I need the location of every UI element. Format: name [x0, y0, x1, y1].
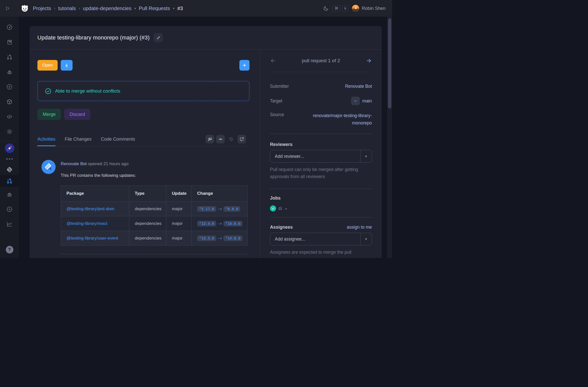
add-comment-button[interactable]	[239, 60, 250, 71]
version-to-badge: ^16.0.0	[223, 221, 242, 226]
arrow-right-icon	[366, 58, 372, 64]
update-cell: major	[166, 231, 192, 246]
version-from-badge: ^13.5.0	[197, 235, 216, 241]
job-name-link[interactable]: ci	[279, 206, 282, 211]
target-branch-link[interactable]: main	[362, 98, 372, 104]
sidebar-item-builds[interactable]	[0, 79, 19, 94]
k-key: k	[342, 5, 349, 12]
jobs-heading: Jobs	[270, 196, 372, 201]
dropdown-arrow-icon: ▼	[360, 150, 372, 162]
prev-pr-arrow[interactable]	[270, 58, 279, 64]
source-branch-link[interactable]: renovate/major-testing-library-monorepo	[296, 112, 372, 127]
sidebar-item-project-builds[interactable]	[0, 202, 19, 217]
page-scrollbar-thumb[interactable]	[388, 18, 391, 109]
plus-icon	[242, 63, 247, 68]
next-pr-arrow[interactable]	[363, 58, 372, 64]
dashed-divider	[270, 217, 372, 218]
sidebar-item-docs[interactable]	[0, 35, 19, 50]
breadcrumb-projects[interactable]: Projects	[33, 6, 51, 11]
sidebar-divider	[0, 141, 19, 141]
pr-card: Update testing-library monorepo (major) …	[30, 26, 382, 258]
change-cell: ^13.5.0->^14.0.0	[192, 231, 248, 246]
sidebar-item-issues[interactable]	[0, 64, 19, 79]
page-title: Update testing-library monorepo (major) …	[37, 34, 150, 41]
sidebar-item-help[interactable]: ?	[0, 244, 19, 255]
reviewers-help-text: Pull request can only be merged after ge…	[270, 166, 372, 180]
sidebar-collapse-icon[interactable]	[4, 4, 12, 12]
version-from-badge: ^5.17.0	[197, 206, 216, 212]
reviewers-heading: Reviewers	[270, 142, 372, 147]
search-shortcut[interactable]: ⌘ k	[332, 5, 349, 12]
sidebar-item-pull-requests-active[interactable]	[0, 175, 19, 187]
app-logo-icon[interactable]	[21, 4, 29, 12]
pr-tabs: Activities File Changes Code Comments	[37, 132, 250, 146]
panel-divider	[270, 72, 372, 72]
version-to-badge: ^6.0.0	[223, 206, 240, 212]
target-branch-dropdown[interactable]	[351, 97, 360, 105]
table-row: @testing-library/jest-dom dependencies m…	[61, 202, 248, 216]
sidebar-item-pull-requests[interactable]	[0, 50, 19, 64]
description-divider	[61, 254, 247, 254]
history-button[interactable]	[227, 135, 235, 143]
sidebar-more[interactable]	[0, 154, 19, 164]
theme-toggle-moon-icon[interactable]	[323, 6, 329, 11]
assign-to-me-link[interactable]: assign to me	[347, 225, 372, 230]
breadcrumb-repo[interactable]: update-dependencies	[83, 6, 131, 11]
job-success-icon	[270, 205, 276, 211]
source-label: Source	[270, 112, 284, 117]
user-menu[interactable]: Robin Shen	[352, 5, 386, 12]
version-arrow: ->	[218, 222, 222, 226]
add-assignee-placeholder: Add assignee...	[270, 236, 360, 242]
discard-button[interactable]: Discard	[64, 109, 90, 120]
comment-external-icon	[239, 137, 244, 142]
sidebar-item-code[interactable]	[0, 109, 19, 124]
tab-code-comments[interactable]: Code Comments	[101, 137, 135, 146]
activity-body-text: This PR contains the following updates:	[61, 173, 136, 178]
edit-title-button[interactable]	[154, 33, 163, 42]
activity-author-link[interactable]: Renovate Bot	[61, 161, 87, 166]
show-commits-button[interactable]	[216, 135, 225, 143]
job-expand-chevron-icon[interactable]	[284, 207, 288, 210]
chevron-down-icon	[354, 99, 357, 103]
table-row: @testing-library/react dependencies majo…	[61, 216, 248, 231]
job-row-ci: ci	[270, 205, 372, 211]
sidebar-item-packages[interactable]	[0, 94, 19, 109]
package-link[interactable]: @testing-library/jest-dom	[61, 202, 129, 216]
pr-state-badge[interactable]: Open	[37, 60, 58, 71]
type-cell: dependencies	[129, 202, 166, 216]
sidebar-item-git-repo[interactable]	[0, 164, 19, 175]
activity-timestamp: opened 21 hours ago	[88, 161, 129, 166]
breadcrumb-pull-requests[interactable]: Pull Requests	[139, 6, 170, 11]
tab-file-changes[interactable]: File Changes	[65, 137, 92, 146]
breadcrumb-separator-icon: ›	[79, 6, 80, 11]
submitter-value-link[interactable]: Renovate Bot	[345, 84, 372, 89]
sidebar-item-dashboard[interactable]	[0, 20, 19, 35]
renovate-bot-avatar[interactable]	[41, 160, 56, 174]
version-to-badge: ^14.0.0	[223, 235, 242, 241]
top-header: Projects › tutorials › update-dependenci…	[0, 0, 392, 17]
sidebar-project-avatar[interactable]	[0, 143, 19, 154]
add-reviewer-placeholder: Add reviewer...	[270, 154, 360, 159]
breadcrumb-tutorials[interactable]: tutorials	[58, 6, 76, 11]
activity-entry: Renovate Bot opened 21 hours ago This PR…	[37, 160, 250, 178]
sidebar-item-stats[interactable]	[0, 217, 19, 232]
merge-button[interactable]: Merge	[37, 109, 61, 120]
sidebar-item-settings[interactable]	[0, 124, 19, 139]
comments-icon	[208, 137, 212, 142]
table-row: @testing-library/user-event dependencies…	[61, 231, 248, 246]
history-icon	[229, 137, 234, 142]
show-comments-button[interactable]	[206, 135, 214, 143]
tab-activities[interactable]: Activities	[37, 137, 55, 146]
package-link[interactable]: @testing-library/user-event	[61, 231, 129, 246]
open-thread-button[interactable]	[237, 135, 246, 143]
package-link[interactable]: @testing-library/react	[61, 216, 129, 231]
submitter-label: Submitter	[270, 84, 289, 89]
user-name: Robin Shen	[362, 6, 386, 11]
sidebar-item-project-issues[interactable]	[0, 187, 19, 202]
add-reviewer-select[interactable]: Add reviewer... ▼	[270, 150, 372, 163]
target-label: Target	[270, 98, 282, 104]
assignees-heading: Assignees	[270, 225, 293, 230]
table-header-row: Package Type Update Change	[61, 186, 248, 202]
add-assignee-select[interactable]: Add assignee... ▼	[270, 233, 372, 245]
download-patch-button[interactable]	[61, 60, 73, 71]
